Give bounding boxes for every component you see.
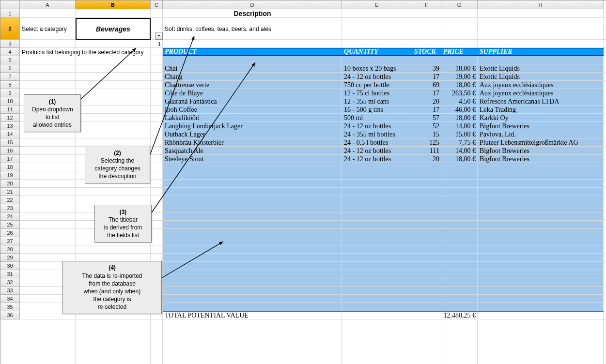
product-qty[interactable]: 24 - 12 oz bottles (342, 155, 412, 163)
row-header-18[interactable]: 18 (0, 163, 20, 171)
product-qty[interactable]: 24 - 355 ml bottles (342, 130, 412, 138)
col-header-G[interactable]: G (441, 0, 478, 9)
col-header-H[interactable]: H (478, 0, 604, 9)
product-qty[interactable]: 12 - 75 cl bottles (342, 89, 412, 97)
product-name[interactable]: Rhönbräu Klosterbier (163, 138, 342, 147)
product-qty[interactable]: 24 - 12 oz bottles (342, 122, 412, 130)
row-header-4[interactable]: 4 (0, 48, 20, 56)
product-stock[interactable]: 52 (412, 122, 441, 130)
row-header-5[interactable]: 5 (0, 56, 20, 64)
product-supplier[interactable]: Bigfoot Breweries (478, 147, 604, 155)
row-header-24[interactable]: 24 (0, 212, 20, 221)
product-price[interactable]: 7,75 € (441, 138, 478, 147)
product-qty[interactable]: 16 - 500 g tins (342, 106, 412, 114)
row-header-36[interactable]: 36 (0, 311, 20, 319)
product-price[interactable]: 18,00 € (441, 81, 478, 89)
row-header-9[interactable]: 9 (0, 89, 20, 97)
select-all-corner[interactable] (0, 0, 20, 9)
product-qty[interactable]: 24 - 0.5 l bottles (342, 138, 412, 147)
product-price[interactable]: 15,00 € (441, 130, 478, 138)
product-supplier[interactable]: Karkki Oy (478, 114, 604, 122)
product-qty[interactable]: 10 boxes x 20 bags (342, 64, 412, 73)
row-header-6[interactable]: 6 (0, 64, 20, 73)
product-supplier[interactable]: Plutzer Lebensmittelgroßmärkte AG (478, 138, 604, 147)
col-header-E[interactable]: E (342, 0, 412, 9)
product-name[interactable]: Steeleye Stout (163, 155, 342, 163)
product-supplier[interactable]: Aux joyeux ecclésiastiques (478, 81, 604, 89)
product-price[interactable]: 46,00 € (441, 106, 478, 114)
product-name[interactable]: Guaraná Fantástica (163, 97, 342, 106)
product-supplier[interactable]: Bigfoot Breweries (478, 122, 604, 130)
product-price[interactable]: 18,00 € (441, 64, 478, 73)
product-supplier[interactable]: Pavlova, Ltd. (478, 130, 604, 138)
row-header-26[interactable]: 26 (0, 229, 20, 237)
col-header-C[interactable]: C (151, 0, 163, 9)
product-supplier[interactable]: Aux joyeux ecclésiastiques (478, 89, 604, 97)
product-name[interactable]: Outback Lager (163, 130, 342, 138)
product-name[interactable]: Chai (163, 64, 342, 73)
product-stock[interactable]: 17 (412, 106, 441, 114)
row-header-34[interactable]: 34 (0, 295, 20, 303)
row-header-28[interactable]: 28 (0, 245, 20, 254)
row-header-32[interactable]: 32 (0, 278, 20, 287)
product-name[interactable]: Laughing Lumberjack Lager (163, 122, 342, 130)
product-supplier[interactable]: Exotic Liquids (478, 64, 604, 73)
product-price[interactable]: 18,00 € (441, 114, 478, 122)
product-supplier[interactable]: Bigfoot Breweries (478, 155, 604, 163)
row-header-10[interactable]: 10 (0, 97, 20, 106)
product-name[interactable]: Ipoh Coffee (163, 106, 342, 114)
row-header-16[interactable]: 16 (0, 147, 20, 155)
row-header-30[interactable]: 30 (0, 262, 20, 270)
row-header-35[interactable]: 35 (0, 303, 20, 311)
product-price[interactable]: 19,00 € (441, 73, 478, 81)
product-stock[interactable]: 69 (412, 81, 441, 89)
row-header-12[interactable]: 12 (0, 114, 20, 122)
product-name[interactable]: Chartreuse verte (163, 81, 342, 89)
row-header-25[interactable]: 25 (0, 221, 20, 229)
row-header-29[interactable]: 29 (0, 254, 20, 262)
row-header-23[interactable]: 23 (0, 204, 20, 212)
row-header-22[interactable]: 22 (0, 196, 20, 204)
row-header-17[interactable]: 17 (0, 155, 20, 163)
row-header-13[interactable]: 13 (0, 122, 20, 130)
product-price[interactable]: 14,00 € (441, 147, 478, 155)
product-qty[interactable]: 12 - 355 ml cans (342, 97, 412, 106)
product-stock[interactable]: 125 (412, 138, 441, 147)
col-header-B[interactable]: B (76, 0, 151, 9)
product-stock[interactable]: 17 (412, 73, 441, 81)
row-header-21[interactable]: 21 (0, 188, 20, 196)
row-header-20[interactable]: 20 (0, 180, 20, 188)
product-stock[interactable]: 15 (412, 130, 441, 138)
product-name[interactable]: Chang (163, 73, 342, 81)
col-header-A[interactable]: A (20, 0, 76, 9)
row-header-27[interactable]: 27 (0, 237, 20, 245)
row-header-11[interactable]: 11 (0, 106, 20, 114)
product-stock[interactable]: 17 (412, 89, 441, 97)
col-header-F[interactable]: F (412, 0, 441, 9)
product-name[interactable]: Côte de Blaye (163, 89, 342, 97)
row-header-2[interactable]: 2 (0, 18, 20, 40)
row-header-15[interactable]: 15 (0, 138, 20, 147)
row-header-33[interactable]: 33 (0, 287, 20, 295)
category-dropdown-cell[interactable]: Beverages (76, 18, 151, 40)
row-header-31[interactable]: 31 (0, 270, 20, 278)
row-header-3[interactable]: 3 (0, 40, 20, 48)
row-header-1[interactable]: 1 (0, 9, 20, 18)
row-header-19[interactable]: 19 (0, 171, 20, 180)
product-stock[interactable]: 20 (412, 155, 441, 163)
product-qty[interactable]: 750 cc per bottle (342, 81, 412, 89)
product-qty[interactable]: 24 - 12 oz bottles (342, 147, 412, 155)
product-qty[interactable]: 24 - 12 oz bottles (342, 73, 412, 81)
row-header-14[interactable]: 14 (0, 130, 20, 138)
dropdown-button[interactable] (155, 32, 163, 40)
product-price[interactable]: 4,50 € (441, 97, 478, 106)
product-qty[interactable]: 500 ml (342, 114, 412, 122)
product-stock[interactable]: 39 (412, 64, 441, 73)
product-price[interactable]: 18,00 € (441, 155, 478, 163)
product-supplier[interactable]: Exotic Liquids (478, 73, 604, 81)
product-supplier[interactable]: Refrescos Americanas LTDA (478, 97, 604, 106)
product-name[interactable]: Sasquatch Ale (163, 147, 342, 155)
product-stock[interactable]: 111 (412, 147, 441, 155)
product-stock[interactable]: 20 (412, 97, 441, 106)
product-price[interactable]: 14,00 € (441, 122, 478, 130)
